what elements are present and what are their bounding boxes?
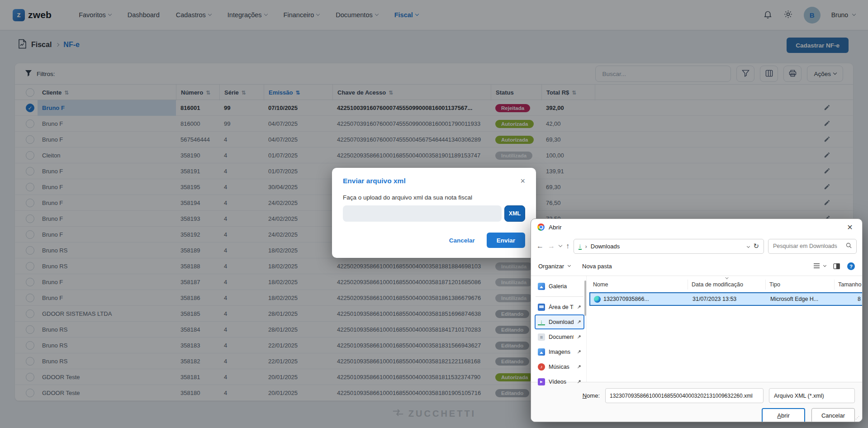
filename-value: 1323070935866100016855004000320213100963… [610, 393, 756, 399]
file-column-header-tamanho[interactable]: Tamanho [835, 280, 863, 290]
dialog-navigation-bar: ← → ↑ ↓ › Downloads ↻ Pesquisar em Downl… [531, 235, 862, 257]
dialog-toolbar: Organizar Nova pasta ? [531, 257, 862, 276]
filetype-value: Arquivo XML (*.xml) [774, 393, 850, 399]
sidebar-item--rea-de-trab-[interactable]: Área de Trab... [535, 300, 584, 314]
close-icon[interactable]: × [520, 177, 525, 185]
xml-upload-button[interactable]: XML [504, 205, 525, 222]
filename-input[interactable]: 1323070935866100016855004000320213100963… [605, 388, 764, 403]
pin-icon [577, 378, 581, 385]
dialog-search-box[interactable]: Pesquisar em Downloads [768, 239, 857, 254]
sidebar-item-label: Documentos [549, 334, 574, 340]
close-icon[interactable]: ✕ [840, 220, 859, 234]
documents-icon: ≡ [538, 333, 545, 341]
sidebar-item-galeria[interactable]: Galeria [535, 279, 584, 294]
images-icon [538, 348, 545, 356]
file-column-header-nome[interactable]: Nome [589, 280, 688, 290]
file-column-label: Nome [593, 281, 608, 288]
file-modified: 31/07/2023 13:53 [689, 296, 767, 302]
file-name: 1323070935866... [603, 296, 649, 302]
file-column-label: Tipo [769, 281, 780, 288]
desktop-icon [538, 304, 545, 311]
history-chevron-icon[interactable] [559, 243, 562, 247]
address-dropdown-icon[interactable] [747, 244, 750, 247]
sidebar-item-imagens[interactable]: Imagens [535, 344, 584, 359]
dialog-open-button[interactable]: Abrir [762, 408, 805, 422]
filename-label: Nome: [583, 392, 600, 399]
sort-caret-icon [725, 276, 728, 279]
filetype-select[interactable]: Arquivo XML (*.xml) [769, 388, 855, 403]
dialog-search-placeholder: Pesquisar em Downloads [773, 243, 843, 249]
sidebar-item-label: Músicas [549, 364, 574, 370]
organize-button[interactable]: Organizar [538, 263, 570, 270]
sidebar-item-label: Vídeos [549, 379, 574, 385]
new-folder-button[interactable]: Nova pasta [582, 263, 612, 270]
pin-icon [577, 319, 581, 325]
sidebar-item-label: Área de Trab... [549, 304, 574, 310]
file-column-header-tipo[interactable]: Tipo [766, 280, 835, 290]
refresh-icon[interactable]: ↻ [753, 242, 759, 250]
pin-icon [577, 304, 581, 310]
file-size: 8 KB [835, 296, 863, 302]
xml-file-input[interactable] [343, 205, 502, 222]
sidebar-item-documentos[interactable]: ≡Documentos [535, 329, 584, 344]
sidebar-item-m-sicas[interactable]: ♪Músicas [535, 359, 584, 374]
pin-icon [577, 333, 581, 340]
modal-cancel-button[interactable]: Cancelar [449, 237, 475, 244]
list-view-icon [813, 263, 820, 270]
chrome-icon [537, 224, 545, 231]
sidebar-separator [536, 296, 583, 297]
resize-grip[interactable]: ⋰ [855, 415, 860, 420]
gallery-icon [538, 283, 545, 290]
address-bar[interactable]: ↓ › Downloads ↻ [574, 239, 764, 254]
file-column-header-data-de-modifica-o[interactable]: Data de modificação [688, 280, 766, 290]
dialog-file-list: NomeData de modificaçãoTipoTamanho 13230… [586, 276, 863, 382]
file-type: Microsoft Edge H... [767, 296, 835, 302]
dialog-cancel-button[interactable]: Cancelar [811, 408, 855, 422]
view-mode-button[interactable] [813, 263, 826, 270]
help-icon[interactable]: ? [847, 262, 855, 270]
modal-submit-button[interactable]: Enviar [487, 233, 525, 248]
sidebar-item-downloads[interactable]: ↓Downloads [535, 314, 584, 329]
edge-file-icon [594, 296, 601, 303]
modal-instruction: Faça o upload do arquivo xml da sua nota… [343, 194, 525, 201]
music-icon: ♪ [538, 363, 545, 371]
forward-icon[interactable]: → [548, 242, 555, 250]
file-column-label: Data de modificação [692, 281, 743, 288]
downloads-icon: ↓ [538, 319, 545, 325]
sidebar-item-label: Imagens [549, 349, 574, 355]
downloads-mini-icon: ↓ [579, 243, 582, 250]
sidebar-scrollbar[interactable] [584, 281, 586, 316]
file-column-label: Tamanho [838, 281, 861, 288]
preview-pane-icon[interactable] [833, 263, 840, 269]
pin-icon [577, 348, 581, 355]
search-icon [846, 243, 852, 250]
upload-xml-modal: Enviar arquivo xml × Faça o upload do ar… [332, 168, 536, 258]
windows-open-dialog: Abrir ✕ ← → ↑ ↓ › Downloads ↻ Pesquisar … [531, 219, 863, 422]
sidebar-item-label: Downloads [549, 319, 574, 325]
address-location[interactable]: Downloads [591, 243, 620, 250]
dialog-titlebar[interactable]: Abrir ✕ [531, 219, 862, 235]
sidebar-item-label: Galeria [549, 283, 581, 290]
dialog-sidebar: GaleriaÁrea de Trab...↓Downloads≡Documen… [531, 276, 586, 382]
back-icon[interactable]: ← [536, 242, 544, 250]
file-row[interactable]: 1323070935866... 31/07/2023 13:53 Micros… [589, 292, 863, 306]
file-list-header: NomeData de modificaçãoTipoTamanho [589, 278, 863, 291]
up-icon[interactable]: ↑ [566, 242, 569, 250]
sidebar-item-v-deos[interactable]: ▶Vídeos [535, 374, 584, 389]
videos-icon: ▶ [538, 378, 545, 385]
chevron-right-icon: › [585, 243, 587, 250]
pin-icon [577, 363, 581, 370]
modal-title: Enviar arquivo xml [343, 177, 406, 185]
dialog-title: Abrir [549, 224, 562, 231]
